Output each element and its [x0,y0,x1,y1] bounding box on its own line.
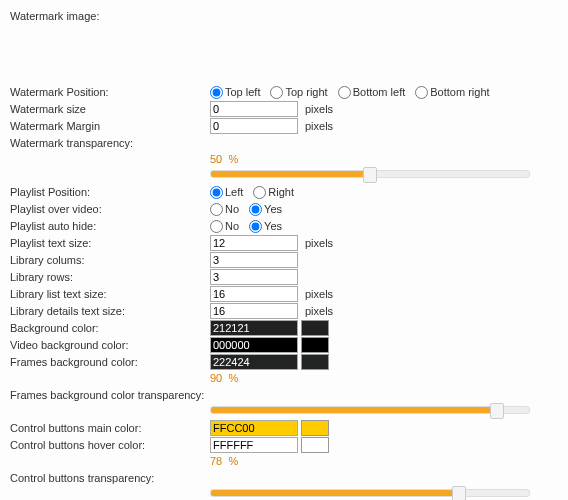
watermark-pos-top-left[interactable]: Top left [210,86,260,99]
watermark-margin-input[interactable] [210,118,298,134]
watermark-transparency-value: 50 % [210,152,558,168]
library-rows-label: Library rows: [10,270,210,284]
watermark-pos-top-right[interactable]: Top right [270,86,327,99]
pixels-unit: pixels [305,103,333,115]
watermark-position-group: Top left Top right Bottom left Bottom ri… [210,86,498,99]
frames-bg-transparency-slider[interactable] [210,404,530,420]
playlist-over-video-label: Playlist over video: [10,202,210,216]
frames-bg-color-label: Frames background color: [10,355,210,369]
background-color-swatch[interactable] [301,320,329,336]
ctrl-hover-color-swatch[interactable] [301,437,329,453]
playlist-text-size-label: Playlist text size: [10,236,210,250]
background-color-input[interactable] [210,320,298,336]
library-columns-input[interactable] [210,252,298,268]
playlist-pos-left[interactable]: Left [210,186,243,199]
watermark-transparency-slider[interactable] [210,168,530,184]
watermark-transparency-label: Watermark transparency: [10,136,210,150]
library-rows-input[interactable] [210,269,298,285]
slider-handle[interactable] [490,403,504,419]
pixels-unit: pixels [305,120,333,132]
ctrl-hover-color-label: Control buttons hover color: [10,438,210,452]
watermark-position-label: Watermark Position: [10,85,210,99]
frames-bg-transparency-label: Frames background color transparency: [10,388,210,402]
watermark-margin-label: Watermark Margin [10,119,210,133]
watermark-image-label: Watermark image: [10,9,210,23]
watermark-pos-bottom-right[interactable]: Bottom right [415,86,489,99]
watermark-size-label: Watermark size [10,102,210,116]
watermark-size-input[interactable] [210,101,298,117]
radio-top-right[interactable] [270,86,283,99]
playlist-position-label: Playlist Position: [10,185,210,199]
playlist-over-yes[interactable]: Yes [249,203,282,216]
pixels-unit: pixels [305,288,333,300]
library-columns-label: Library colums: [10,253,210,267]
frames-bg-transparency-value: 90 % [210,371,558,387]
playlist-over-no[interactable]: No [210,203,239,216]
frames-bg-color-swatch[interactable] [301,354,329,370]
radio-top-left[interactable] [210,86,223,99]
ctrl-main-color-swatch[interactable] [301,420,329,436]
video-bg-color-input[interactable] [210,337,298,353]
video-bg-color-swatch[interactable] [301,337,329,353]
playlist-pos-right[interactable]: Right [253,186,294,199]
playlist-auto-hide-label: Playlist auto hide: [10,219,210,233]
library-list-text-size-label: Library list text size: [10,287,210,301]
frames-bg-color-input[interactable] [210,354,298,370]
radio-bottom-right[interactable] [415,86,428,99]
ctrl-main-color-input[interactable] [210,420,298,436]
pixels-unit: pixels [305,237,333,249]
video-bg-color-label: Video background color: [10,338,210,352]
ctrl-transparency-value: 78 % [210,454,558,470]
slider-handle[interactable] [452,486,466,500]
library-details-text-size-input[interactable] [210,303,298,319]
background-color-label: Background color: [10,321,210,335]
radio-bottom-left[interactable] [338,86,351,99]
ctrl-transparency-slider[interactable] [210,487,530,500]
pixels-unit: pixels [305,305,333,317]
library-details-text-size-label: Library details text size: [10,304,210,318]
ctrl-hover-color-input[interactable] [210,437,298,453]
ctrl-transparency-label: Control buttons transparency: [10,471,210,485]
playlist-auto-yes[interactable]: Yes [249,220,282,233]
playlist-text-size-input[interactable] [210,235,298,251]
playlist-auto-no[interactable]: No [210,220,239,233]
slider-handle[interactable] [363,167,377,183]
watermark-pos-bottom-left[interactable]: Bottom left [338,86,406,99]
ctrl-main-color-label: Control buttons main color: [10,421,210,435]
library-list-text-size-input[interactable] [210,286,298,302]
